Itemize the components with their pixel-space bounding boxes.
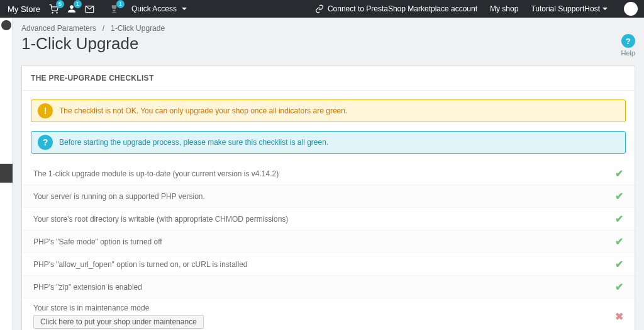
marketplace-label: Connect to PrestaShop Marketplace accoun… [328,4,477,13]
alert-warn-text: The checklist is not OK. You can only up… [59,106,347,115]
check-ok-icon: ✔ [615,281,623,293]
alert-info-text: Before starting the upgrade process, ple… [59,138,328,147]
alert-checklist-not-ok: ! The checklist is not OK. You can only … [31,100,626,122]
checklist-item-body: The 1-click upgrade module is up-to-date… [33,169,279,178]
avatar[interactable] [624,2,638,16]
sidebar-collapsed [0,18,13,330]
check-fail-icon: ✖ [615,310,623,322]
breadcrumb: Advanced Parameters / 1-Click Upgrade [13,18,644,34]
maintenance-mode-button[interactable]: Click here to put your shop under mainte… [33,315,204,329]
topbar-left: My Store 5 1 1 Quick Access [8,4,187,14]
checklist-item: Your server is running on a supported PH… [22,185,635,207]
my-shop-link[interactable]: My shop [490,4,518,13]
quick-access-menu[interactable]: Quick Access [131,4,187,13]
info-icon: ? [38,135,53,150]
mail-icon[interactable] [85,4,94,14]
checklist-item-label: PHP's "zip" extension is enabled [33,283,142,292]
checklist-panel: THE PRE-UPGRADE CHECKLIST ! The checklis… [21,65,635,330]
sidebar-dot [1,20,11,30]
marketplace-link[interactable]: Connect to PrestaShop Marketplace accoun… [315,4,477,13]
checklist-item-body: PHP's "Safe mode" option is turned off [33,237,162,246]
trophy-badge: 1 [116,0,125,8]
checklist-item-body: PHP's "zip" extension is enabled [33,283,142,292]
svg-point-0 [52,12,53,13]
checklist-item-label: PHP's "Safe mode" option is turned off [33,237,162,246]
checklist-item-label: Your store's root directory is writable … [33,215,288,224]
checklist-item: Your store's root directory is writable … [22,207,635,230]
checklist-item: PHP's "allow_url_fopen" option is turned… [22,253,635,275]
check-ok-icon: ✔ [615,213,623,225]
checklist-item: The 1-click upgrade module is up-to-date… [22,162,635,185]
checklist-item: PHP's "Safe mode" option is turned off✔ [22,230,635,253]
user-icon[interactable]: 1 [67,4,76,13]
check-ok-icon: ✔ [615,190,623,202]
help-button[interactable]: ? Help [621,34,635,57]
topbar-right: Connect to PrestaShop Marketplace accoun… [315,2,638,16]
page-body: Advanced Parameters / 1-Click Upgrade 1-… [13,18,644,330]
quick-access-label: Quick Access [131,4,177,13]
checklist-item-label: Your server is running on a supported PH… [33,192,205,201]
breadcrumb-sep: / [103,24,104,33]
help-label: Help [621,49,635,57]
checklist-item-body: PHP's "allow_url_fopen" option is turned… [33,260,248,269]
checklist-item: PHP's "zip" extension is enabled✔ [22,275,635,298]
panel-heading: THE PRE-UPGRADE CHECKLIST [22,66,635,91]
checklist-item: Your store is in maintenance modeClick h… [22,298,635,330]
check-ok-icon: ✔ [615,168,623,179]
check-ok-icon: ✔ [615,236,623,248]
breadcrumb-current: 1-Click Upgrade [111,24,165,33]
breadcrumb-parent[interactable]: Advanced Parameters [21,24,96,33]
help-icon: ? [621,34,635,48]
checklist-item-label: PHP's "allow_url_fopen" option is turned… [33,260,248,269]
checklist-item-label: The 1-click upgrade module is up-to-date… [33,169,279,178]
link-icon [315,4,324,13]
checklist-item-body: Your store's root directory is writable … [33,215,288,224]
checklist: The 1-click upgrade module is up-to-date… [22,162,635,330]
check-ok-icon: ✔ [615,258,623,270]
svg-point-1 [57,12,57,13]
page-title-wrap: 1-Click Upgrade ? Help [13,34,644,65]
page-title: 1-Click Upgrade [21,34,138,54]
topbar: My Store 5 1 1 Quick Access Connect to P… [0,0,644,18]
tutorial-link[interactable]: Tutorial SupportHost [531,4,608,13]
checklist-item-body: Your server is running on a supported PH… [33,192,205,201]
alert-checklist-info: ? Before starting the upgrade process, p… [31,131,626,154]
checklist-item-body: Your store is in maintenance modeClick h… [33,304,204,329]
checklist-item-label: Your store is in maintenance mode [33,304,204,312]
cart-icon[interactable]: 5 [49,4,58,14]
user-badge: 1 [74,0,82,8]
cart-badge: 5 [56,0,64,8]
sidebar-active-indicator [0,164,13,183]
trophy-icon[interactable]: 1 [109,4,119,14]
warning-icon: ! [38,103,53,118]
brand-title[interactable]: My Store [8,4,40,14]
